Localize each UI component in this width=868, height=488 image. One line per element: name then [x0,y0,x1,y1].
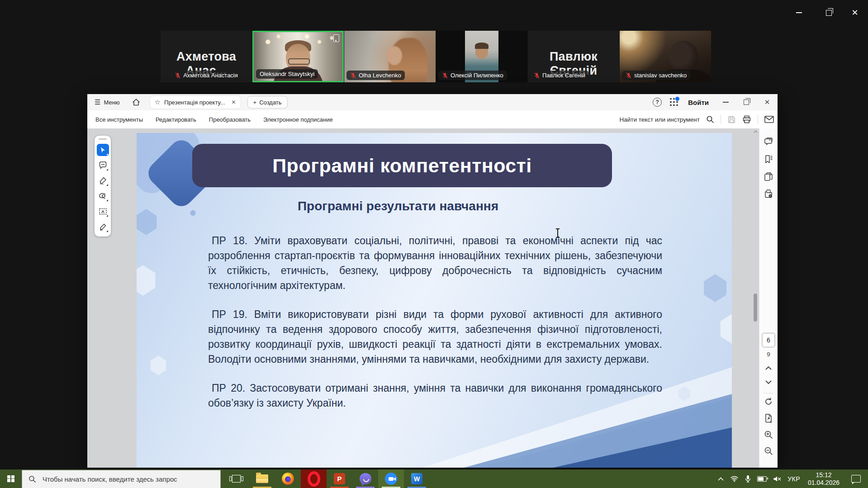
star-icon[interactable]: ☆ [155,98,161,106]
pages-icon [764,172,773,181]
opera-button[interactable] [301,469,327,488]
zoom-out-button[interactable] [764,446,773,455]
slide-page[interactable]: Програмні компетентності Програмні резул… [137,133,732,468]
highlight-tool-button[interactable] [97,175,109,187]
zoom-in-icon [764,430,773,439]
rotate-page-button[interactable] [764,397,773,406]
action-center-button[interactable] [844,469,868,488]
powerpoint-button[interactable]: P [327,469,352,488]
viber-button[interactable] [352,469,378,488]
bookmarks-panel-button[interactable] [764,155,773,164]
restore-icon [826,10,832,16]
sign-in-button[interactable]: Войти [688,99,709,106]
zoom-minimize-button[interactable] [790,6,808,19]
clock[interactable]: 15:12 01.04.2026 [803,471,844,487]
decor-hexagon [718,313,732,345]
decor-hexagon [702,274,728,302]
zoom-restore-button[interactable] [820,6,838,19]
firefox-button[interactable] [275,469,301,488]
participant-name-label: stanislav savchenko [622,71,690,80]
word-icon: W [411,473,422,484]
mail-icon[interactable] [764,116,774,123]
comment-tool-button[interactable] [97,159,109,171]
mic-muted-icon [175,72,181,79]
select-tool-button[interactable] [97,144,109,156]
home-button[interactable] [132,98,141,107]
volume-status[interactable] [770,469,784,488]
apps-grid-icon[interactable] [670,98,678,106]
tab-title: Презентація проекту... [164,99,225,106]
battery-status[interactable] [754,469,770,488]
print-icon[interactable] [742,115,751,124]
participant-tile[interactable]: Olha Levchenko [344,31,436,82]
search-input[interactable] [42,475,206,483]
search-icon[interactable] [706,115,714,123]
save-icon[interactable] [727,115,736,124]
start-button[interactable] [0,469,22,488]
battery-icon [757,476,767,482]
viber-icon [360,473,371,484]
participant-tile[interactable]: Олексій Пилипенко [436,31,527,82]
task-view-button[interactable] [223,469,249,488]
file-explorer-button[interactable] [249,469,275,488]
pages-panel-button[interactable] [764,172,773,181]
plus-icon: + [253,99,257,106]
zoom-in-button[interactable] [764,430,773,439]
find-tool-label[interactable]: Найти текст или инструмент [619,116,700,123]
zoom-close-button[interactable]: ✕ [846,6,864,19]
pdf-restore-button[interactable] [736,94,757,110]
decor-hexagon [137,265,157,296]
document-tab[interactable]: ☆ Презентація проекту... ✕ [150,95,241,109]
participant-tile[interactable]: Павлюк Євгеній Павлюк Євгеній [528,31,619,82]
participant-tile[interactable]: stanislav savchenko [620,31,711,82]
speaker-muted-icon [773,476,781,482]
participant-name-label: Oleksandr Stavytskyi [256,69,318,79]
paragraph-pr19: ПР 19. Вміти використовувати різні види … [208,307,662,367]
draw-tool-button[interactable] [97,190,109,202]
comments-panel-button[interactable] [764,137,773,147]
previous-page-button[interactable] [765,366,772,370]
notification-dot [675,97,679,101]
toolbar-all-tools[interactable]: Все инструменты [95,116,143,123]
mic-muted-icon [626,72,632,79]
participant-tile-active-speaker[interactable]: Oleksandr Stavytskyi [252,31,344,82]
menu-button[interactable]: ☰ Меню [95,98,120,106]
fill-sign-tool-button[interactable] [97,221,109,233]
scrollbar-thumb[interactable] [754,294,757,322]
tray-expand-button[interactable] [715,469,727,488]
word-button[interactable]: W [404,469,430,488]
vertical-scrollbar[interactable] [753,128,759,468]
restore-icon [744,99,749,105]
scroll-up-icon[interactable] [754,130,758,133]
next-page-button[interactable] [765,380,772,384]
create-button[interactable]: + Создать [247,96,288,109]
current-page-input[interactable]: 6 [762,333,775,347]
lasso-icon [98,193,107,200]
attachments-panel-button[interactable]: i [764,189,773,199]
help-button[interactable]: ? [653,98,662,107]
page-view-button[interactable] [764,413,773,423]
tab-close-icon[interactable]: ✕ [232,99,236,105]
chevron-up-icon [718,477,724,481]
zoom-out-icon [764,446,773,455]
zoom-app-button[interactable] [378,469,404,488]
microphone-status[interactable] [742,469,754,488]
rail-drag-handle[interactable] [99,138,107,140]
hamburger-icon: ☰ [95,98,100,106]
toolbar-esign[interactable]: Электронное подписание [263,116,333,123]
slide-subtitle: Програмні результати навчання [137,199,659,213]
participant-tile[interactable]: Ахметова Анас... Ахметова Анастасія [161,31,252,82]
pdf-minimize-button[interactable] [715,94,736,110]
toolbar-convert[interactable]: Преобразовать [209,116,251,123]
network-status[interactable] [727,469,742,488]
toolbar-edit[interactable]: Редактировать [156,116,196,123]
pdf-close-button[interactable]: ✕ [757,94,778,110]
firefox-icon [282,473,294,485]
file-info-icon: i [764,189,773,199]
powerpoint-icon: P [334,473,345,484]
language-indicator[interactable]: УКР [784,469,803,488]
text-box-tool-button[interactable]: A [97,205,109,218]
decor-hexagon [149,355,167,375]
acrobat-toolbar: Все инструменты Редактировать Преобразов… [87,110,778,129]
taskbar-search[interactable] [22,470,221,488]
